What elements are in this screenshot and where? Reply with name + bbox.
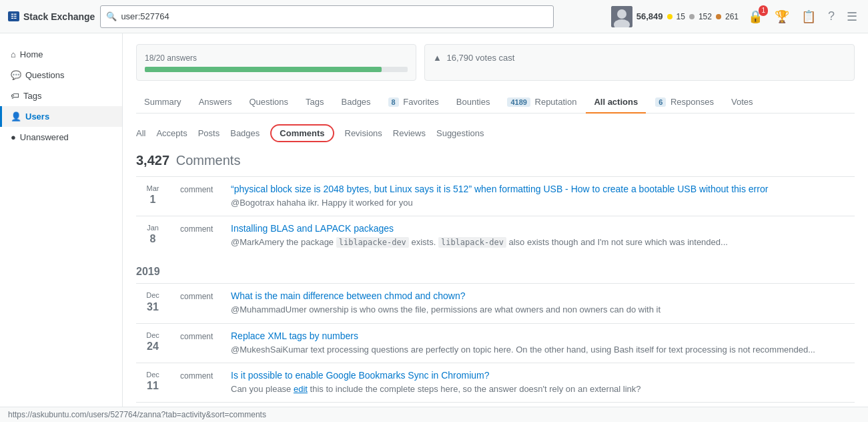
progress-bar-container xyxy=(145,67,408,72)
tags-icon: 🏷 xyxy=(11,91,19,101)
sidebar-item-users[interactable]: 👤 Users xyxy=(0,106,122,127)
search-icon: 🔍 xyxy=(106,11,117,21)
comment-content: Installing BLAS and LAPACK packages @Mar… xyxy=(231,223,855,248)
comment-date: Dec 31 xyxy=(136,290,169,316)
answers-label: 18/20 answers xyxy=(145,53,197,63)
comment-content: What is the main difference between chmo… xyxy=(231,290,855,316)
upvote-icon: ▲ xyxy=(433,53,442,63)
comment-type: comment xyxy=(180,370,220,395)
search-bar: 🔍 xyxy=(100,5,554,28)
comment-title[interactable]: “physical block size is 2048 bytes, but … xyxy=(231,184,855,194)
tab-bounties[interactable]: Bounties xyxy=(448,91,498,114)
achievements-icon[interactable]: 🏆 xyxy=(772,7,792,27)
edit-link[interactable]: edit xyxy=(294,384,308,394)
comments-list: Mar 1 comment “physical block size is 20… xyxy=(136,176,855,422)
svg-point-1 xyxy=(617,9,626,19)
comment-body: @MuhammadUmer ownership is who owns the … xyxy=(231,304,855,316)
gold-count: 15 xyxy=(677,12,685,21)
votes-label: 16,790 votes cast xyxy=(447,53,515,63)
sidebar-item-unanswered[interactable]: ● Unanswered xyxy=(0,127,122,148)
comment-type: comment xyxy=(180,223,220,248)
comment-title[interactable]: What is the main difference between chmo… xyxy=(231,290,855,301)
filter-comments[interactable]: Comments xyxy=(270,124,334,142)
filter-bar: All Accepts Posts Badges Comments Revisi… xyxy=(136,124,855,142)
bronze-count: 261 xyxy=(725,12,739,21)
sidebar-item-questions[interactable]: 💬 Questions xyxy=(0,65,122,85)
votes-card: ▲ 16,790 votes cast xyxy=(424,44,855,81)
filter-accepts[interactable]: Accepts xyxy=(156,126,187,141)
bronze-dot-icon xyxy=(716,14,721,19)
users-icon: 👤 xyxy=(11,112,21,122)
comment-content: “physical block size is 2048 bytes, but … xyxy=(231,184,855,209)
site-logo[interactable]: ☷ Stack Exchange xyxy=(8,11,95,22)
filter-posts[interactable]: Posts xyxy=(198,126,220,141)
comment-type: comment xyxy=(180,184,220,209)
table-row: Mar 1 comment “physical block size is 20… xyxy=(136,176,855,216)
tab-reputation[interactable]: 4189 Reputation xyxy=(499,91,584,114)
tab-tags[interactable]: Tags xyxy=(298,91,332,114)
table-row: Dec 11 comment Is it possible to enable … xyxy=(136,363,855,402)
filter-badges[interactable]: Badges xyxy=(230,126,260,141)
help-icon[interactable]: ? xyxy=(825,7,837,26)
year-divider: 2019 xyxy=(136,266,855,278)
search-input[interactable] xyxy=(121,11,548,21)
topbar: ☷ Stack Exchange 🔍 56,849 15 152 261 🔒 1… xyxy=(0,0,868,33)
user-reputation: 56,849 xyxy=(636,11,663,21)
inbox-icon[interactable]: 🔒 1 xyxy=(745,7,765,27)
tab-votes[interactable]: Votes xyxy=(723,91,761,114)
comment-date: Jan 8 xyxy=(136,223,169,248)
avatar[interactable] xyxy=(611,6,632,27)
answers-card: 18/20 answers xyxy=(136,44,416,81)
tab-responses[interactable]: 6 Responses xyxy=(647,91,722,114)
section-count: 3,427 xyxy=(136,153,169,168)
statusbar: https://askubuntu.com/users/527764/zanna… xyxy=(0,407,868,422)
comment-type: comment xyxy=(180,290,220,316)
inbox-badge: 1 xyxy=(759,5,768,16)
tab-bar: Summary Answers Questions Tags Badges 8 … xyxy=(136,91,855,114)
main-content: 18/20 answers ▲ 16,790 votes cast Summar… xyxy=(123,33,868,422)
filter-suggestions[interactable]: Suggestions xyxy=(436,126,484,141)
comment-title[interactable]: Replace XML tags by numbers xyxy=(231,331,855,341)
gold-dot-icon xyxy=(667,14,673,19)
reputation-badge: 4189 xyxy=(507,97,530,107)
comment-body: @MukeshSaiKumar text processing question… xyxy=(231,344,855,356)
tab-summary[interactable]: Summary xyxy=(136,91,189,114)
tab-answers[interactable]: Answers xyxy=(191,91,240,114)
section-label: Comments xyxy=(176,153,241,168)
logo-box-icon: ☷ xyxy=(8,11,19,21)
tab-favorites[interactable]: 8 Favorites xyxy=(380,91,447,114)
statusbar-url: https://askubuntu.com/users/527764/zanna… xyxy=(8,410,266,419)
comment-body: @Bogotrax hahaha ikr. Happy it worked fo… xyxy=(231,197,855,209)
comment-body: @MarkAmery the package liblapacke-dev ex… xyxy=(231,236,855,248)
home-icon: ⌂ xyxy=(11,49,16,59)
tab-questions[interactable]: Questions xyxy=(241,91,296,114)
silver-count: 152 xyxy=(699,12,712,21)
comment-date: Mar 1 xyxy=(136,184,169,209)
profile-top: 18/20 answers ▲ 16,790 votes cast xyxy=(136,44,855,81)
tab-all-actions[interactable]: All actions xyxy=(586,91,646,114)
sidebar-item-tags[interactable]: 🏷 Tags xyxy=(0,85,122,106)
sidebar-item-home[interactable]: ⌂ Home xyxy=(0,44,122,65)
questions-icon: 💬 xyxy=(11,70,21,80)
filter-revisions[interactable]: Revisions xyxy=(345,126,382,141)
topbar-right: 56,849 15 152 261 🔒 1 🏆 📋 ? ☰ xyxy=(611,6,860,27)
left-sidebar: ⌂ Home 💬 Questions 🏷 Tags 👤 Users ● Unan… xyxy=(0,33,123,422)
filter-reviews[interactable]: Reviews xyxy=(393,126,426,141)
review-icon[interactable]: 📋 xyxy=(799,7,819,27)
table-row: Dec 31 comment What is the main differen… xyxy=(136,283,855,323)
table-row: Jan 8 comment Installing BLAS and LAPACK… xyxy=(136,216,855,255)
unanswered-icon: ● xyxy=(11,132,16,142)
silver-dot-icon xyxy=(689,14,695,19)
menu-icon[interactable]: ☰ xyxy=(844,7,860,27)
comment-type: comment xyxy=(180,331,220,356)
tab-badges[interactable]: Badges xyxy=(334,91,379,114)
filter-all[interactable]: All xyxy=(136,126,145,141)
comment-title[interactable]: Installing BLAS and LAPACK packages xyxy=(231,223,855,234)
comment-date: Dec 11 xyxy=(136,370,169,395)
progress-bar xyxy=(145,67,382,72)
comment-date: Dec 24 xyxy=(136,331,169,356)
responses-badge: 6 xyxy=(655,97,666,107)
comment-content: Is it possible to enable Google Bookmark… xyxy=(231,370,855,395)
comment-title[interactable]: Is it possible to enable Google Bookmark… xyxy=(231,370,855,381)
comment-body: Can you please edit this to include the … xyxy=(231,383,855,395)
